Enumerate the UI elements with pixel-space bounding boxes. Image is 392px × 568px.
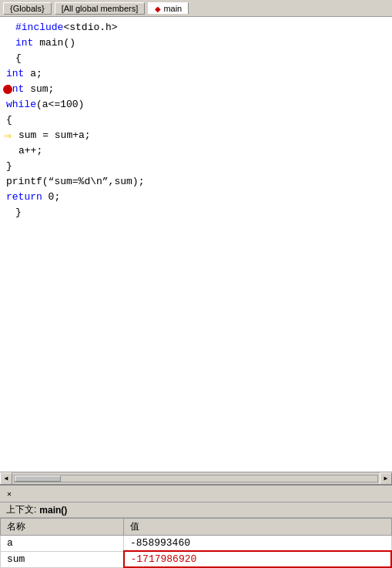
code-line-4: int a; <box>0 66 392 82</box>
marker-1 <box>0 20 15 35</box>
var-name: a <box>1 536 124 552</box>
context-label: 上下文: <box>6 503 36 516</box>
context-value: main() <box>39 505 67 516</box>
debug-table: 名称 值 a-858993460sum-1717986920 <box>0 518 392 568</box>
code-text-11: printf(“sum=%d\n”,sum); <box>6 174 144 190</box>
table-row: a-858993460 <box>1 536 392 552</box>
code-line-1: #include<stdio.h> <box>0 20 392 35</box>
col-header-name: 名称 <box>1 519 124 536</box>
scroll-right-btn[interactable]: ▶ <box>380 472 392 485</box>
code-text-13: } <box>15 205 22 220</box>
table-row: sum-1717986920 <box>1 551 392 567</box>
code-line-9: a++; <box>0 143 392 159</box>
code-text-9: a++; <box>18 143 42 159</box>
marker-11 <box>0 174 15 190</box>
table-header-row: 名称 值 <box>1 519 392 536</box>
marker-13 <box>0 205 15 220</box>
tab-global-members-label: [All global members] <box>62 4 139 13</box>
marker-3 <box>0 51 15 66</box>
code-area[interactable]: #include<stdio.h> int main() { int a; in… <box>0 17 392 472</box>
debug-context: 上下文: main() <box>0 502 392 518</box>
code-line-7: { <box>0 113 392 128</box>
tab-globals-label: {Globals} <box>10 4 45 13</box>
code-line-2: int main() <box>0 35 392 51</box>
tab-globals[interactable]: {Globals} <box>3 2 52 15</box>
code-line-8: ⇒ sum = sum+a; <box>0 128 392 143</box>
marker-2 <box>0 35 15 51</box>
code-text-2: int main() <box>15 35 75 51</box>
code-line-10: } <box>0 159 392 174</box>
scroll-track[interactable] <box>14 475 378 482</box>
debug-toolbar: ✕ <box>0 486 392 502</box>
tab-global-members[interactable]: [All global members] <box>55 2 146 15</box>
debug-panel: ✕ 上下文: main() 名称 值 a-858993460sum-171798… <box>0 484 392 568</box>
code-text-8: sum = sum+a; <box>18 128 91 143</box>
scroll-thumb[interactable] <box>15 476 61 482</box>
col-header-value: 值 <box>124 519 392 536</box>
marker-5 <box>0 82 15 97</box>
marker-8: ⇒ <box>0 128 15 143</box>
var-value: -1717986920 <box>124 551 392 567</box>
var-value: -858993460 <box>124 536 392 552</box>
code-line-6: while(a<=100) <box>0 97 392 113</box>
tab-main[interactable]: ◆ main <box>148 2 189 14</box>
code-line-12: return 0; <box>0 190 392 205</box>
debug-icon-1[interactable]: ✕ <box>3 488 15 500</box>
code-text-1: #include<stdio.h> <box>15 20 118 35</box>
marker-6 <box>0 97 15 113</box>
tab-main-label: main <box>163 4 182 13</box>
marker-4 <box>0 66 15 82</box>
marker-12 <box>0 190 15 205</box>
code-line-11: printf(“sum=%d\n”,sum); <box>0 174 392 190</box>
marker-10 <box>0 159 15 174</box>
top-bar: {Globals} [All global members] ◆ main <box>0 0 392 17</box>
var-name: sum <box>1 551 124 567</box>
marker-7 <box>0 113 15 128</box>
code-line-5: int sum; <box>0 82 392 97</box>
arrow-icon: ⇒ <box>4 128 12 143</box>
code-line-3: { <box>0 51 392 66</box>
scroll-left-btn[interactable]: ◀ <box>0 472 12 485</box>
horizontal-scrollbar[interactable]: ◀ ▶ <box>0 472 392 484</box>
breakpoint-icon <box>3 85 12 94</box>
code-text-6: while(a<=100) <box>6 97 84 113</box>
code-editor: #include<stdio.h> int main() { int a; in… <box>0 17 392 484</box>
marker-9 <box>0 143 15 159</box>
code-line-13: } <box>0 205 392 220</box>
diamond-icon: ◆ <box>155 5 161 13</box>
code-text-3: { <box>15 51 22 66</box>
